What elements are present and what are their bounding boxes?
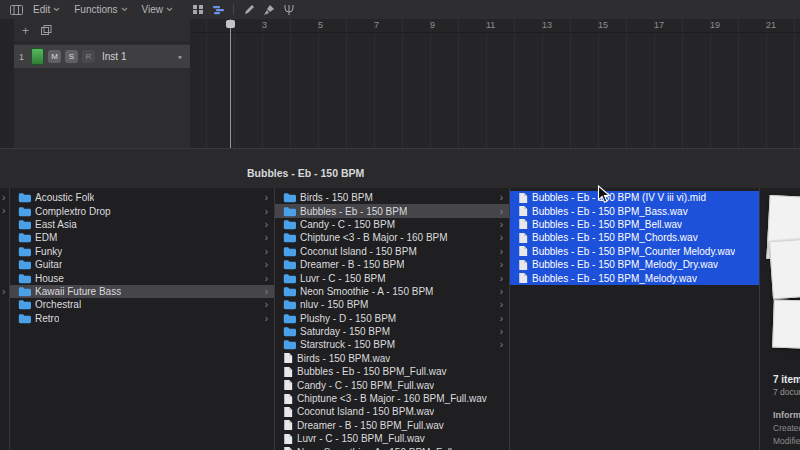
chevron-right-icon: ›: [500, 206, 505, 217]
item-label: Plushy - D - 150 BPM: [300, 313, 396, 324]
list-item[interactable]: Guitar›: [10, 258, 274, 271]
file-icon: [283, 406, 293, 418]
list-item[interactable]: Bubbles - Eb - 150 BPM_Bell.wav: [510, 218, 759, 231]
ruler-number: 3: [262, 20, 267, 30]
folder-icon: [18, 246, 31, 257]
item-label: Bubbles - Eb - 150 BPM_Chords.wav: [532, 232, 698, 243]
list-item[interactable]: Luvr - C - 150 BPM_Full.wav: [275, 432, 509, 445]
chevron-right-icon: ›: [265, 219, 270, 230]
file-icon: [518, 245, 528, 257]
track-row[interactable]: 1 M S R Inst 1 ●: [14, 45, 190, 68]
item-label: Bubbles - Eb - 150 BPM_Bell.wav: [532, 219, 682, 230]
folder-icon: [18, 206, 31, 217]
list-item[interactable]: Starstruck - 150 BPM›: [275, 338, 509, 351]
file-icon: [518, 259, 528, 271]
transform-fork-icon[interactable]: [279, 2, 299, 17]
list-item[interactable]: nluv - 150 BPM›: [275, 298, 509, 311]
list-item[interactable]: Bubbles - Eb - 150 BPM›: [275, 204, 509, 217]
ruler-number: 17: [654, 20, 664, 30]
folder-icon: [283, 232, 296, 243]
chevron-right-icon: ›: [500, 339, 505, 350]
item-label: Acoustic Folk: [35, 192, 94, 203]
solo-button[interactable]: S: [65, 50, 78, 63]
duplicate-track-icon[interactable]: [41, 24, 52, 38]
list-item[interactable]: Kawaii Future Bass›: [10, 285, 274, 298]
track-power-dot[interactable]: ●: [178, 53, 182, 60]
list-item[interactable]: Funky›: [10, 245, 274, 258]
list-item[interactable]: Complextro Drop›: [10, 204, 274, 217]
menu-functions[interactable]: Functions: [67, 0, 134, 19]
list-item[interactable]: Dreamer - B - 150 BPM_Full.wav: [275, 419, 509, 432]
item-label: Luvr - C - 150 BPM_Full.wav: [297, 433, 425, 444]
file-icon: [283, 366, 293, 378]
list-item[interactable]: Neon Smoothie - A - 150 BPM_Full.wav: [275, 445, 509, 450]
playhead-handle[interactable]: [226, 20, 235, 28]
list-item[interactable]: Coconut Island - 150 BPM›: [275, 245, 509, 258]
brush-tool-icon[interactable]: [259, 2, 279, 17]
daw-section: Edit Functions View: [0, 0, 800, 148]
ruler-number: 15: [598, 20, 608, 30]
list-item[interactable]: Bubbles - Eb - 150 BPM_Full.wav: [275, 365, 509, 378]
item-label: East Asia: [35, 219, 77, 230]
list-item[interactable]: Bubbles - Eb - 150 BPM_Chords.wav: [510, 231, 759, 244]
list-item[interactable]: Neon Smoothie - A - 150 BPM›: [275, 285, 509, 298]
finder-toolbar: Search: [0, 148, 800, 190]
list-item[interactable]: Birds - 150 BPM.wav: [275, 352, 509, 365]
chevron-right-icon: ›: [500, 286, 505, 297]
item-label: House: [35, 273, 64, 284]
list-item[interactable]: Bubbles - Eb - 150 BPM_Counter Melody.wa…: [510, 245, 759, 258]
list-item[interactable]: Coconut Island - 150 BPM.wav: [275, 405, 509, 418]
modified-label: Modified: [773, 436, 800, 446]
timeline-grid[interactable]: 3579111315171921: [190, 19, 800, 148]
list-item[interactable]: Birds - 150 BPM›: [275, 191, 509, 204]
item-label: EDM: [35, 232, 57, 243]
finder-column-edge: ›››: [0, 188, 10, 450]
list-item[interactable]: Dreamer - B - 150 BPM›: [275, 258, 509, 271]
chevron-right-icon: ›: [500, 232, 505, 243]
add-track-button[interactable]: +: [22, 24, 29, 38]
item-label: Birds - 150 BPM: [300, 192, 373, 203]
folder-icon: [18, 219, 31, 230]
chevron-right-icon: ›: [265, 192, 270, 203]
list-item[interactable]: Retro›: [10, 312, 274, 325]
file-icon: [518, 192, 528, 204]
ruler-number: 7: [374, 20, 379, 30]
list-item[interactable]: Orchestral›: [10, 298, 274, 311]
mute-button[interactable]: M: [48, 50, 61, 63]
file-icon: [283, 419, 293, 431]
piano-roll-icon[interactable]: [208, 2, 228, 17]
ruler-number: 13: [542, 20, 552, 30]
grid-icon[interactable]: [188, 2, 208, 17]
list-item[interactable]: Candy - C - 150 BPM_Full.wav: [275, 378, 509, 391]
chevron-right-icon: ›: [500, 313, 505, 324]
list-item[interactable]: Bubbles - Eb - 150 BPM_Melody_Dry.wav: [510, 258, 759, 271]
list-item[interactable]: Chiptune <3 - B Major - 160 BPM›: [275, 231, 509, 244]
list-item[interactable]: Bubbles - Eb - 150 BPM (IV V iii vi).mid: [510, 191, 759, 204]
list-item[interactable]: Candy - C - 150 BPM›: [275, 218, 509, 231]
menu-view[interactable]: View: [135, 0, 181, 19]
list-item[interactable]: Luvr - C - 150 BPM›: [275, 271, 509, 284]
folder-icon: [283, 206, 296, 217]
file-icon: [518, 205, 528, 217]
list-item[interactable]: Plushy - D - 150 BPM›: [275, 312, 509, 325]
chevron-right-icon: ›: [2, 191, 5, 204]
item-label: Bubbles - Eb - 150 BPM_Counter Melody.wa…: [532, 246, 735, 257]
list-item[interactable]: Bubbles - Eb - 150 BPM_Bass.wav: [510, 204, 759, 217]
list-item[interactable]: East Asia›: [10, 218, 274, 231]
screen: Edit Functions View: [0, 0, 800, 450]
list-item[interactable]: Saturday - 150 BPM›: [275, 325, 509, 338]
list-item[interactable]: Bubbles - Eb - 150 BPM_Melody.wav: [510, 271, 759, 284]
list-item[interactable]: Chiptune <3 - B Major - 160 BPM_Full.wav: [275, 392, 509, 405]
chevron-right-icon: ›: [265, 206, 270, 217]
documents-count: 7 documents: [773, 387, 800, 397]
list-item[interactable]: Acoustic Folk›: [10, 191, 274, 204]
list-item[interactable]: House›: [10, 271, 274, 284]
pencil-tool-icon[interactable]: [239, 2, 259, 17]
editor-keys-icon[interactable]: [6, 2, 26, 17]
chevron-right-icon: ›: [2, 285, 5, 298]
folder-icon: [18, 313, 31, 324]
menu-edit[interactable]: Edit: [26, 0, 67, 19]
list-item[interactable]: EDM›: [10, 231, 274, 244]
ruler-number: 19: [710, 20, 720, 30]
record-enable-button[interactable]: R: [82, 50, 95, 63]
